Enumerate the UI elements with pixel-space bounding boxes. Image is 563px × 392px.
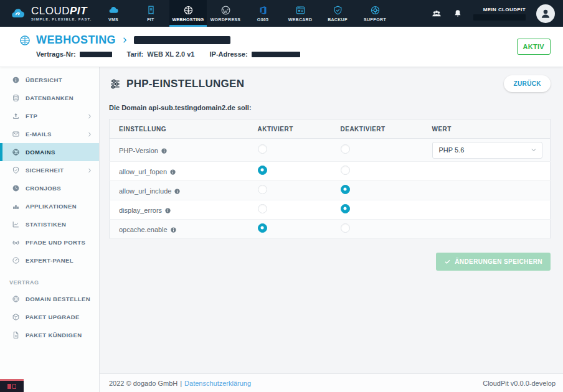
- sidebar-item-datenbanken[interactable]: DATENBANKEN: [0, 89, 99, 107]
- nav-tab-fit[interactable]: FIT: [132, 0, 169, 27]
- nav-tab-label: WEBCARD: [288, 17, 313, 22]
- globe-icon: [12, 295, 20, 303]
- info-icon[interactable]: [161, 147, 168, 154]
- privacy-link[interactable]: Datenschutzerklärung: [184, 380, 251, 387]
- nav-tab-wordpress[interactable]: WORDPRESS: [207, 0, 244, 27]
- radio-aktiviert[interactable]: [258, 223, 267, 233]
- lifebuoy-icon: [370, 5, 381, 16]
- nav-tab-backup[interactable]: BACKUP: [319, 0, 356, 27]
- sidebar-item--bersicht[interactable]: ÜBERSICHT: [0, 71, 99, 89]
- info-icon[interactable]: [164, 207, 171, 214]
- breadcrumb: WEBHOSTING: [19, 34, 551, 47]
- info-icon[interactable]: [170, 226, 177, 233]
- radio-aktiviert[interactable]: [258, 204, 267, 213]
- redacted-account-name: [473, 14, 526, 21]
- setting-label: PHP-Version: [119, 147, 168, 154]
- save-changes-button[interactable]: ÄNDERUNGEN SPEICHERN: [436, 253, 551, 271]
- avatar[interactable]: [536, 4, 555, 23]
- php-version-select[interactable]: PHP 5.6: [432, 142, 542, 159]
- sidebar-item-applikationen[interactable]: APPLIKATIONEN: [0, 197, 99, 215]
- setting-label: display_errors: [119, 207, 171, 214]
- column-header: EINSTELLUNG: [110, 119, 258, 139]
- radio-aktiviert[interactable]: [258, 185, 267, 194]
- nav-tab-webhosting[interactable]: WEBHOSTING: [169, 0, 207, 27]
- database-icon: [12, 94, 20, 102]
- back-button[interactable]: ZURÜCK: [504, 75, 551, 92]
- radio-deaktiviert[interactable]: [341, 204, 350, 213]
- chevron-down-icon: [531, 147, 537, 153]
- info-circle-icon: [12, 76, 20, 84]
- shield-icon: [333, 5, 343, 16]
- sidebar-item-paket-upgrade[interactable]: PAKET UPGRADE: [0, 308, 99, 326]
- package-icon: [12, 313, 20, 321]
- intro-text: Die Domain api-sub.testingdomain2.de sol…: [109, 104, 551, 111]
- radio-deaktiviert[interactable]: [341, 144, 350, 154]
- sidebar-item-label: SICHERHEIT: [26, 167, 64, 174]
- table-row: opcache.enable: [110, 220, 551, 239]
- bell-icon[interactable]: [453, 9, 463, 19]
- sidebar-item-label: PFADE UND PORTS: [26, 239, 85, 246]
- users-icon[interactable]: [431, 8, 442, 19]
- php-settings-table: EINSTELLUNGAKTIVIERTDEAKTIVIERTWERT PHP-…: [109, 119, 551, 239]
- globe-network-icon: [183, 5, 194, 16]
- sidebar-item-statistiken[interactable]: STATISTIKEN: [0, 215, 99, 233]
- sidebar-item-domains[interactable]: DOMAINS: [0, 143, 99, 161]
- sidebar-item-label: DOMAIN BESTELLEN: [26, 296, 90, 302]
- brand-title: CLOUDPIT: [31, 6, 92, 16]
- nav-tab-vms[interactable]: VMS: [95, 0, 132, 27]
- tarif-value: WEB XL 2.0 v1: [147, 50, 194, 58]
- sidebar-item-expert-panel[interactable]: EXPERT-PANEL: [0, 251, 99, 269]
- sidebar-item-label: E-MAILS: [26, 131, 52, 138]
- radio-aktiviert[interactable]: [258, 166, 267, 175]
- sidebar-item-label: DATENBANKEN: [26, 95, 73, 101]
- account-menu[interactable]: MEIN CLOUDPIT: [473, 7, 526, 21]
- check-icon: [444, 258, 451, 265]
- nav-tab-o365[interactable]: O365: [244, 0, 282, 27]
- nav-tab-support[interactable]: SUPPORT: [356, 0, 394, 27]
- sidebar-item-ftp[interactable]: FTP: [0, 107, 99, 125]
- table-row: allow_url_include: [110, 181, 551, 200]
- sidebar-item-label: EXPERT-PANEL: [26, 257, 73, 264]
- cloud-gauge-icon: [9, 6, 27, 21]
- glasses-icon: [12, 238, 20, 246]
- info-icon[interactable]: [169, 169, 176, 175]
- sidebar-item-label: STATISTIKEN: [26, 221, 66, 228]
- status-badge: AKTIV: [517, 39, 551, 55]
- sidebar-item-cronjobs[interactable]: CRONJOBS: [0, 179, 99, 197]
- top-nav: VMSFITWEBHOSTINGWORDPRESSO365WEBCARDBACK…: [95, 0, 394, 27]
- devtools-badge[interactable]: [0, 379, 24, 392]
- sidebar-item-label: PAKET UPGRADE: [26, 314, 80, 320]
- breadcrumb-title[interactable]: WEBHOSTING: [36, 34, 116, 47]
- sidebar-item-paket-k-ndigen[interactable]: PAKET KÜNDIGEN: [0, 326, 99, 344]
- envelope-icon: [12, 130, 20, 138]
- version-text: CloudPit v0.0.0-develop: [483, 380, 556, 387]
- radio-deaktiviert[interactable]: [341, 166, 350, 175]
- chevron-right-icon: [87, 131, 93, 138]
- setting-label: allow_url_fopen: [119, 168, 176, 175]
- radio-aktiviert[interactable]: [258, 144, 267, 154]
- setting-label: opcache.enable: [119, 226, 177, 233]
- page-header: WEBHOSTING Vertrags-Nr: Tarif: WEB XL 2.…: [0, 27, 563, 67]
- cloudpit-logo[interactable]: CLOUDPIT SIMPLE. FLEXIBLE. FAST.: [0, 0, 95, 27]
- nav-tab-label: WEBHOSTING: [172, 17, 204, 22]
- radio-deaktiviert[interactable]: [341, 185, 350, 194]
- account-label: MEIN CLOUDPIT: [483, 7, 526, 12]
- ip-label: IP-Adresse:: [209, 50, 247, 58]
- nav-tab-webcard[interactable]: WEBCARD: [282, 0, 319, 27]
- sidebar-item-domain-bestellen[interactable]: DOMAIN BESTELLEN: [0, 290, 99, 308]
- selected-value: PHP 5.6: [439, 146, 465, 154]
- receipt-icon: [146, 5, 156, 16]
- sidebar-item-pfade-und-ports[interactable]: PFADE UND PORTS: [0, 233, 99, 251]
- upload-icon: [12, 112, 20, 120]
- sidebar-item-sicherheit[interactable]: SICHERHEIT: [0, 161, 99, 179]
- radio-deaktiviert[interactable]: [341, 223, 350, 233]
- cloud-icon: [108, 5, 119, 16]
- column-header: DEAKTIVIERT: [341, 119, 432, 139]
- sidebar-item-e-mails[interactable]: E-MAILS: [0, 125, 99, 143]
- sliders-icon: [109, 78, 121, 90]
- nav-tab-label: O365: [257, 17, 268, 22]
- table-row: PHP-VersionPHP 5.6: [110, 139, 551, 162]
- footer: 2022 © dogado GmbH | Datenschutzerklärun…: [100, 373, 563, 392]
- file-cancel-icon: [12, 331, 20, 339]
- info-icon[interactable]: [174, 188, 181, 195]
